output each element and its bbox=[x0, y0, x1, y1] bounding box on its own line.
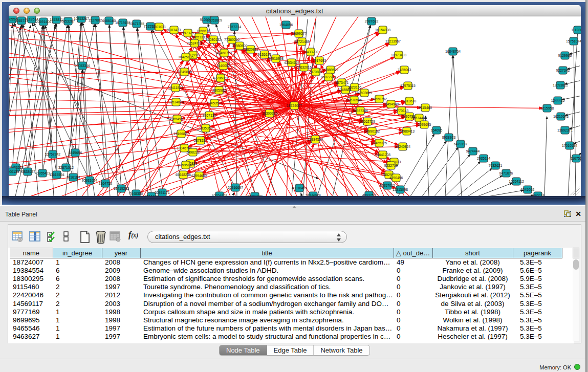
svg-text:48018451: 48018451 bbox=[292, 186, 307, 189]
svg-text:62994680: 62994680 bbox=[191, 173, 207, 177]
svg-text:72624731: 72624731 bbox=[187, 41, 202, 45]
svg-text:20053346: 20053346 bbox=[75, 63, 90, 67]
svg-text:43699577: 43699577 bbox=[291, 31, 307, 35]
svg-text:4873471: 4873471 bbox=[335, 80, 349, 84]
svg-text:116753: 116753 bbox=[571, 156, 581, 160]
svg-text:6479197: 6479197 bbox=[454, 142, 468, 145]
svg-text:3267130: 3267130 bbox=[203, 113, 216, 117]
svg-text:8849696: 8849696 bbox=[69, 150, 82, 154]
svg-text:13433200: 13433200 bbox=[303, 50, 318, 53]
svg-text:53767242: 53767242 bbox=[45, 152, 60, 156]
svg-text:4893252: 4893252 bbox=[362, 193, 376, 196]
svg-text:9301031: 9301031 bbox=[153, 25, 166, 28]
svg-text:87603669: 87603669 bbox=[357, 91, 372, 94]
svg-text:06990162: 06990162 bbox=[364, 129, 380, 133]
svg-text:1498222: 1498222 bbox=[186, 150, 200, 154]
svg-text:10853267: 10853267 bbox=[74, 16, 89, 20]
svg-text:9463118: 9463118 bbox=[531, 193, 545, 196]
svg-text:7648350: 7648350 bbox=[129, 191, 143, 195]
svg-text:13692371: 13692371 bbox=[557, 128, 573, 132]
svg-text:1656670: 1656670 bbox=[197, 29, 210, 32]
svg-text:11615594: 11615594 bbox=[49, 172, 64, 176]
svg-text:7816184: 7816184 bbox=[67, 175, 80, 179]
svg-text:8313678: 8313678 bbox=[403, 99, 417, 102]
svg-text:90916998: 90916998 bbox=[268, 56, 284, 60]
svg-text:62704828: 62704828 bbox=[212, 193, 227, 196]
svg-text:9227342: 9227342 bbox=[556, 68, 570, 72]
svg-text:18300295: 18300295 bbox=[262, 111, 277, 115]
svg-text:88937346: 88937346 bbox=[353, 108, 368, 112]
svg-text:80957015: 80957015 bbox=[380, 183, 395, 187]
svg-text:20691406: 20691406 bbox=[36, 19, 51, 23]
svg-text:22782489: 22782489 bbox=[247, 194, 263, 196]
svg-text:1244415: 1244415 bbox=[551, 98, 565, 102]
svg-text:8471676: 8471676 bbox=[499, 171, 513, 174]
svg-text:3623166: 3623166 bbox=[348, 85, 362, 89]
svg-text:16154808: 16154808 bbox=[375, 28, 390, 31]
svg-text:7770143: 7770143 bbox=[395, 108, 409, 112]
svg-text:9600133: 9600133 bbox=[9, 169, 19, 173]
svg-text:18724007: 18724007 bbox=[287, 103, 302, 107]
svg-text:29973763: 29973763 bbox=[180, 31, 195, 34]
svg-text:5878334: 5878334 bbox=[194, 138, 208, 142]
svg-text:78820812: 78820812 bbox=[243, 47, 258, 51]
svg-text:17010534: 17010534 bbox=[562, 143, 577, 147]
svg-text:1964096: 1964096 bbox=[279, 23, 293, 26]
svg-text:67632016: 67632016 bbox=[296, 65, 312, 69]
svg-text:9115460: 9115460 bbox=[419, 105, 432, 109]
svg-text:27849808: 27849808 bbox=[177, 70, 192, 73]
svg-text:9129966: 9129966 bbox=[558, 53, 572, 57]
svg-text:9136193: 9136193 bbox=[258, 52, 272, 56]
svg-text:77360260: 77360260 bbox=[224, 37, 239, 41]
svg-text:32871012: 32871012 bbox=[58, 165, 74, 169]
svg-text:27889579: 27889579 bbox=[323, 68, 338, 71]
svg-text:3164752: 3164752 bbox=[99, 181, 113, 185]
svg-text:7917693: 7917693 bbox=[313, 58, 326, 62]
svg-text:12975115: 12975115 bbox=[400, 83, 416, 87]
svg-text:86872774: 86872774 bbox=[321, 75, 336, 78]
svg-text:43534624: 43534624 bbox=[284, 60, 299, 64]
svg-text:19654987: 19654987 bbox=[169, 117, 185, 120]
svg-text:7485063: 7485063 bbox=[398, 68, 411, 71]
svg-text:1112864: 1112864 bbox=[571, 28, 580, 31]
svg-text:47468723: 47468723 bbox=[216, 51, 232, 54]
svg-text:2087682: 2087682 bbox=[365, 19, 379, 23]
svg-text:19384554: 19384554 bbox=[308, 137, 323, 141]
svg-text:74989413: 74989413 bbox=[399, 129, 415, 133]
svg-text:1640052: 1640052 bbox=[216, 63, 230, 67]
svg-text:85574443: 85574443 bbox=[411, 116, 427, 119]
svg-text:164095: 164095 bbox=[431, 128, 443, 132]
svg-text:40265423: 40265423 bbox=[35, 171, 50, 174]
svg-text:8938923: 8938923 bbox=[442, 135, 456, 139]
svg-text:12093822: 12093822 bbox=[553, 83, 568, 86]
svg-text:16848764: 16848764 bbox=[445, 49, 461, 53]
svg-text:10654112: 10654112 bbox=[509, 179, 524, 183]
svg-text:30980500: 30980500 bbox=[232, 43, 247, 47]
svg-text:64641708: 64641708 bbox=[375, 152, 390, 156]
svg-text:13315098: 13315098 bbox=[393, 187, 408, 191]
svg-text:4190496: 4190496 bbox=[389, 176, 403, 179]
svg-text:19166827: 19166827 bbox=[173, 132, 189, 135]
svg-text:09670546: 09670546 bbox=[346, 98, 362, 101]
svg-text:10719155: 10719155 bbox=[115, 20, 130, 24]
svg-text:53419283: 53419283 bbox=[114, 186, 129, 190]
svg-text:7357214: 7357214 bbox=[228, 25, 242, 28]
svg-text:06562729: 06562729 bbox=[360, 119, 375, 123]
svg-text:35454948: 35454948 bbox=[383, 102, 399, 105]
svg-text:9245052: 9245052 bbox=[521, 187, 535, 191]
svg-text:2805982: 2805982 bbox=[212, 88, 226, 92]
svg-text:9474444: 9474444 bbox=[466, 149, 480, 152]
svg-text:0653267: 0653267 bbox=[61, 19, 75, 23]
svg-text:9232719: 9232719 bbox=[384, 163, 398, 167]
svg-text:0099695: 0099695 bbox=[418, 122, 431, 126]
svg-text:1335359: 1335359 bbox=[199, 126, 213, 129]
svg-text:20465375: 20465375 bbox=[372, 141, 387, 144]
svg-text:26916697: 26916697 bbox=[228, 185, 243, 189]
svg-text:93534874: 93534874 bbox=[168, 100, 184, 103]
svg-text:12411824: 12411824 bbox=[168, 85, 183, 89]
svg-text:81080132: 81080132 bbox=[206, 37, 221, 41]
svg-text:16210643: 16210643 bbox=[553, 114, 569, 118]
svg-text:5183473: 5183473 bbox=[167, 28, 181, 31]
svg-text:38346578: 38346578 bbox=[306, 193, 321, 196]
svg-text:10973493: 10973493 bbox=[391, 53, 406, 56]
